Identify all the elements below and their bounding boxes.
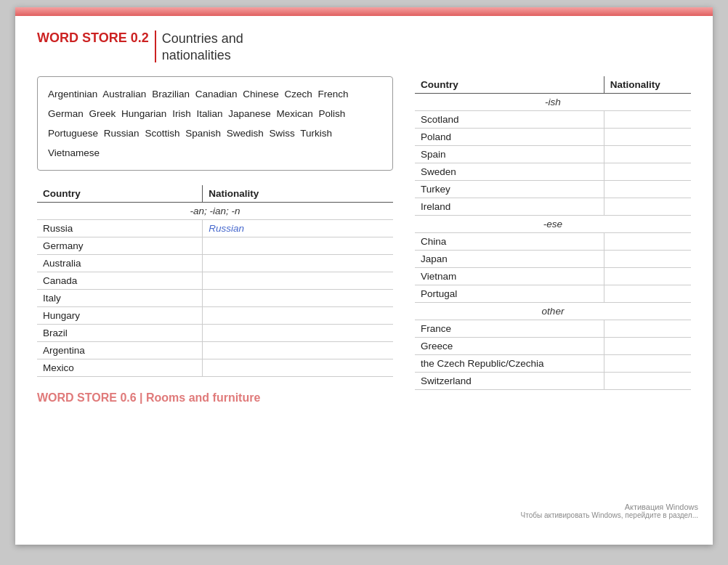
table-row: Hungary	[37, 306, 393, 324]
nationality-cell	[203, 254, 393, 272]
word-item: Italian	[196, 108, 222, 119]
country-cell: Spain	[415, 145, 604, 163]
word-item: Japanese	[228, 108, 271, 119]
table-row: Portugal	[415, 285, 691, 302]
nationality-cell	[203, 359, 393, 376]
section-header-ese: -ese	[415, 215, 691, 232]
word-box: Argentinian Australian Brazilian Canadia…	[37, 76, 393, 171]
table-row: Turkey	[415, 180, 691, 198]
country-cell: Portugal	[415, 285, 604, 302]
word-item: Irish	[172, 108, 191, 119]
word-item: Polish	[319, 108, 346, 119]
nationality-cell	[203, 341, 393, 359]
country-cell: France	[415, 320, 604, 337]
table-row: Mexico	[37, 359, 393, 376]
nationality-cell	[604, 198, 691, 215]
header-divider	[155, 31, 156, 62]
right-col1-header: Country	[415, 76, 604, 94]
country-cell: Scotland	[415, 110, 604, 128]
next-section-label: WORD STORE 0.6 | Rooms and furniture	[37, 391, 393, 405]
word-store-label: WORD STORE 0.2	[37, 31, 149, 46]
country-cell: Switzerland	[415, 372, 604, 389]
word-item: Canadian	[195, 89, 238, 99]
country-cell: Vietnam	[415, 267, 604, 285]
section-header-an: -an; -ian; -n	[37, 202, 393, 219]
country-cell: Sweden	[415, 163, 604, 180]
nationality-cell	[604, 267, 691, 285]
right-data-table: Country Nationality -ish Scotland	[415, 76, 691, 390]
country-cell: Germany	[37, 237, 203, 254]
table-row: Russia Russian	[37, 219, 393, 237]
country-cell: Hungary	[37, 306, 203, 324]
word-item: Mexican	[277, 108, 313, 119]
nationality-cell	[604, 163, 691, 180]
country-cell: Mexico	[37, 359, 203, 376]
nationality-cell	[203, 324, 393, 341]
table-row: Switzerland	[415, 372, 691, 389]
content: WORD STORE 0.2 Countries and nationaliti…	[15, 16, 713, 419]
word-item: Czech	[285, 89, 312, 99]
table-row: Greece	[415, 337, 691, 354]
table-row: Spain	[415, 145, 691, 163]
page: WORD STORE 0.2 Countries and nationaliti…	[15, 7, 713, 545]
nationality-cell	[604, 337, 691, 354]
nationality-cell: Russian	[203, 219, 393, 237]
nationality-cell	[203, 272, 393, 289]
right-col2-header: Nationality	[604, 76, 691, 94]
word-item: Turkish	[300, 128, 332, 139]
table-row: Scotland	[415, 110, 691, 128]
section-header-ish: -ish	[415, 93, 691, 110]
left-table: Country Nationality -an; -ian; -n Russia…	[37, 185, 393, 377]
nationality-cell	[604, 354, 691, 372]
word-item: Swedish	[227, 128, 264, 139]
country-cell: Japan	[415, 250, 604, 267]
left-col1-header: Country	[37, 185, 203, 203]
word-item: Chinese	[243, 89, 279, 99]
table-row: Sweden	[415, 163, 691, 180]
country-cell: Ireland	[415, 198, 604, 215]
word-item: Greek	[89, 108, 116, 119]
word-item: Brazilian	[152, 89, 190, 99]
nationality-cell	[604, 285, 691, 302]
word-item: Spanish	[185, 128, 221, 139]
word-item: Vietnamese	[48, 147, 100, 158]
two-col-layout: Argentinian Australian Brazilian Canadia…	[37, 76, 691, 405]
nationality-cell	[604, 250, 691, 267]
word-item: Hungarian	[121, 108, 166, 119]
country-cell: the Czech Republic/Czechia	[415, 354, 604, 372]
table-row: Vietnam	[415, 267, 691, 285]
country-cell: Australia	[37, 254, 203, 272]
nationality-cell	[604, 232, 691, 250]
table-row: Poland	[415, 128, 691, 145]
section-header-other: other	[415, 302, 691, 320]
table-row: Australia	[37, 254, 393, 272]
country-cell: Canada	[37, 272, 203, 289]
header: WORD STORE 0.2 Countries and nationaliti…	[37, 31, 691, 65]
nationality-cell	[604, 372, 691, 389]
country-cell: Poland	[415, 128, 604, 145]
nationality-cell	[203, 289, 393, 306]
country-cell: Russia	[37, 219, 203, 237]
nationality-cell	[203, 237, 393, 254]
country-cell: Italy	[37, 289, 203, 306]
country-cell: Turkey	[415, 180, 604, 198]
nationality-cell	[604, 128, 691, 145]
top-bar	[15, 7, 713, 16]
table-row: Canada	[37, 272, 393, 289]
table-row: France	[415, 320, 691, 337]
table-row: Germany	[37, 237, 393, 254]
left-col2-header: Nationality	[203, 185, 393, 203]
nationality-cell	[604, 110, 691, 128]
word-item: Argentinian	[48, 89, 97, 99]
left-column: Argentinian Australian Brazilian Canadia…	[37, 76, 393, 405]
table-row: China	[415, 232, 691, 250]
word-item: Russian	[104, 128, 139, 139]
header-title: Countries and nationalities	[162, 31, 243, 65]
word-item: Portuguese	[48, 128, 98, 139]
nationality-cell	[203, 306, 393, 324]
table-row: the Czech Republic/Czechia	[415, 354, 691, 372]
nationality-cell	[604, 180, 691, 198]
country-cell: Greece	[415, 337, 604, 354]
word-item: Scottish	[145, 128, 179, 139]
nationality-cell	[604, 145, 691, 163]
